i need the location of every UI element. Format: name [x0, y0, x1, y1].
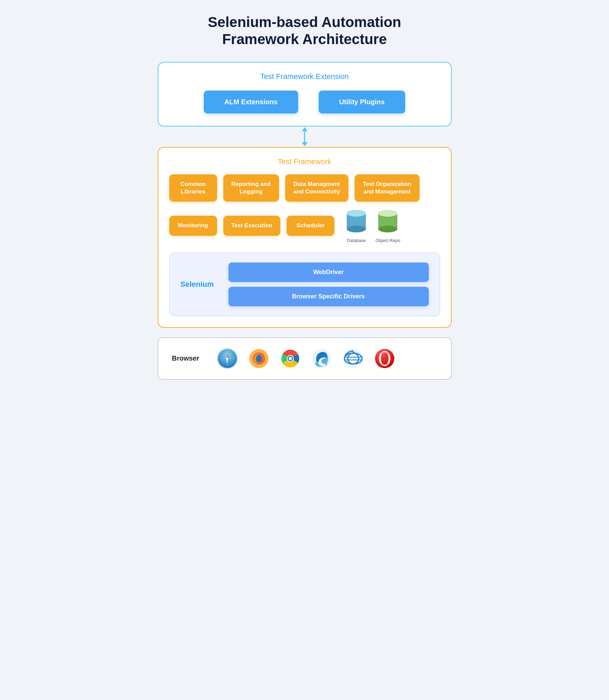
- db-icons: Database Object Repo: [344, 208, 400, 243]
- tfe-label: Test Framework Extension: [172, 72, 437, 81]
- object-repo-label: Object Repo: [375, 238, 400, 243]
- tf-row2: Monitoring Test Execution Scheduler Data…: [169, 208, 440, 243]
- svg-point-14: [226, 358, 228, 360]
- svg-point-7: [378, 210, 397, 217]
- data-management-button[interactable]: Data Managmentand Connectivity: [285, 174, 348, 202]
- selenium-box: Selenium WebDriver Browser Specific Driv…: [169, 253, 440, 316]
- webdriver-button[interactable]: WebDriver: [228, 262, 429, 282]
- database-icon-wrap: Database: [344, 208, 369, 243]
- tfe-box: Test Framework Extension ALM Extensions …: [158, 62, 452, 126]
- page-title: Selenium-based AutomationFramework Archi…: [208, 14, 401, 48]
- alm-extensions-button[interactable]: ALM Extensions: [204, 91, 298, 113]
- database-label: Database: [347, 238, 366, 243]
- test-organization-button[interactable]: Test Organizationand Management: [355, 174, 420, 202]
- page-wrapper: Selenium-based AutomationFramework Archi…: [158, 14, 452, 380]
- svg-point-21: [289, 357, 292, 360]
- tf-row1: CommonLibraries Reporting andLogging Dat…: [169, 174, 440, 202]
- svg-point-22: [312, 349, 331, 368]
- ie-icon: [342, 348, 364, 369]
- monitoring-button[interactable]: Monitoring: [169, 216, 217, 235]
- common-libraries-button[interactable]: CommonLibraries: [169, 174, 217, 202]
- database-icon: [344, 208, 369, 236]
- tf-label: Test Framework: [169, 157, 440, 166]
- chrome-icon: [279, 348, 301, 369]
- opera-icon: [374, 348, 396, 369]
- test-execution-button[interactable]: Test Execution: [223, 216, 281, 235]
- arrow-line: [304, 130, 305, 144]
- utility-plugins-button[interactable]: Utility Plugins: [319, 91, 405, 113]
- browser-label: Browser: [172, 354, 203, 362]
- tfe-buttons: ALM Extensions Utility Plugins: [172, 91, 437, 113]
- svg-point-3: [347, 210, 366, 217]
- reporting-logging-button[interactable]: Reporting andLogging: [223, 174, 279, 202]
- arrow-connector: [304, 126, 305, 147]
- svg-rect-32: [381, 352, 388, 365]
- browser-box: Browser: [158, 337, 452, 380]
- firefox-icon: [248, 348, 270, 369]
- selenium-label: Selenium: [181, 280, 215, 289]
- svg-point-6: [378, 226, 397, 232]
- tf-box: Test Framework CommonLibraries Reporting…: [158, 147, 452, 328]
- object-repo-icon-wrap: Object Repo: [375, 208, 400, 243]
- scheduler-button[interactable]: Scheduler: [287, 216, 334, 235]
- object-repo-icon: [375, 208, 400, 236]
- svg-point-2: [347, 226, 366, 232]
- safari-icon: [216, 348, 238, 369]
- edge-icon: [311, 348, 333, 369]
- selenium-drivers: WebDriver Browser Specific Drivers: [228, 262, 429, 306]
- browser-icons: [216, 348, 396, 369]
- browser-drivers-button[interactable]: Browser Specific Drivers: [228, 287, 429, 306]
